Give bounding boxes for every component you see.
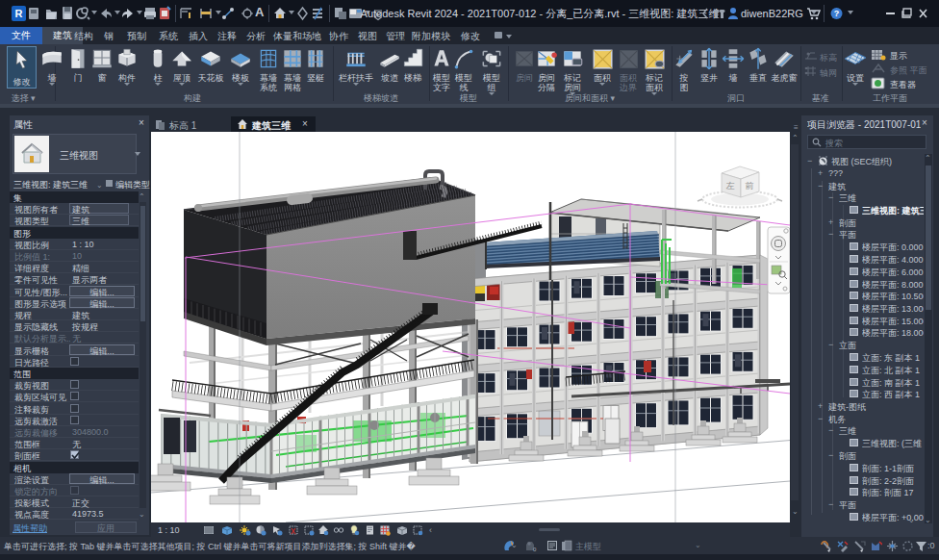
- svg-text:?: ?: [834, 9, 840, 18]
- svg-text:0: 0: [533, 547, 537, 552]
- svg-text:前: 前: [746, 181, 754, 191]
- svg-text:左: 左: [726, 181, 735, 191]
